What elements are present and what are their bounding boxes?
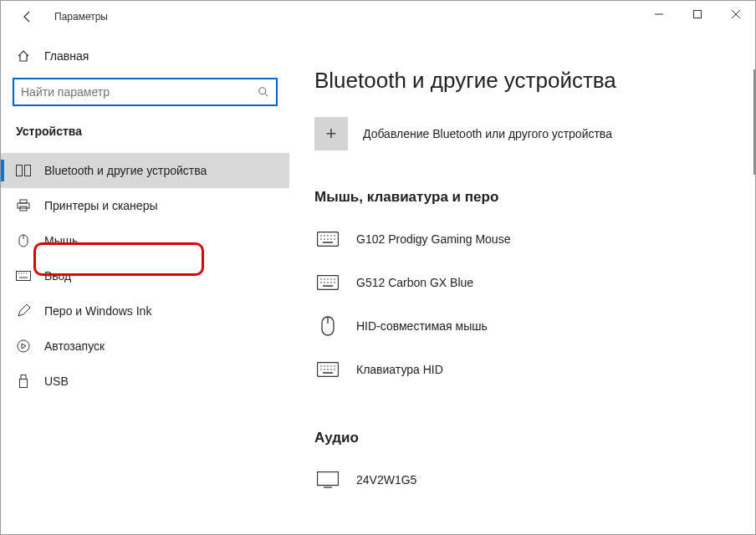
svg-point-30	[327, 238, 329, 240]
plus-icon: +	[326, 123, 337, 145]
keyboard-icon	[16, 268, 31, 283]
svg-point-55	[324, 369, 325, 370]
home-icon	[16, 49, 31, 63]
svg-rect-6	[17, 166, 23, 176]
sidebar-section-title: Устройства	[1, 106, 289, 148]
minimize-button[interactable]	[640, 1, 678, 28]
svg-point-56	[327, 369, 329, 370]
add-device-row[interactable]: + Добавление Bluetooth или другого устро…	[314, 117, 730, 150]
sidebar-item-label: Принтеры и сканеры	[44, 199, 157, 212]
svg-point-38	[330, 278, 332, 280]
window-title: Параметры	[54, 11, 108, 23]
sidebar-item-bluetooth[interactable]: Bluetooth и другие устройства	[1, 153, 289, 188]
svg-point-27	[334, 235, 335, 237]
sidebar-item-printers[interactable]: Принтеры и сканеры	[1, 188, 289, 223]
svg-point-28	[320, 238, 322, 240]
sidebar-item-label: Автозапуск	[44, 339, 105, 353]
sidebar-item-label: Ввод	[44, 269, 71, 283]
device-label: 24V2W1G5	[356, 473, 416, 487]
back-button[interactable]	[16, 5, 39, 28]
search-box[interactable]	[13, 78, 278, 106]
device-label: Клавиатура HID	[356, 363, 443, 376]
svg-rect-8	[20, 200, 27, 203]
device-row[interactable]: 24V2W1G5	[314, 458, 730, 502]
svg-rect-7	[25, 166, 31, 176]
sidebar-item-mouse[interactable]: Мышь	[1, 223, 289, 258]
home-label: Главная	[44, 49, 89, 63]
sidebar-item-autoplay[interactable]: Автозапуск	[1, 329, 289, 364]
svg-point-31	[330, 238, 332, 240]
svg-point-35	[320, 278, 322, 280]
group-title-input-devices: Мышь, клавиатура и перо	[314, 189, 730, 206]
maximize-button[interactable]	[678, 1, 717, 28]
window-controls	[640, 1, 755, 28]
autoplay-icon	[16, 339, 31, 354]
device-list: 24V2W1G5	[314, 458, 730, 502]
svg-point-23	[320, 235, 322, 237]
sidebar-item-label: Bluetooth и другие устройства	[44, 164, 207, 177]
scrollbar[interactable]	[753, 69, 755, 175]
sidebar-item-typing[interactable]: Ввод	[1, 258, 289, 293]
main-content: Bluetooth и другие устройства + Добавлен…	[289, 33, 755, 534]
keyboard-dev-icon	[314, 359, 341, 380]
svg-point-42	[327, 282, 329, 283]
usb-icon	[16, 374, 31, 389]
sidebar-item-label: USB	[44, 374, 69, 388]
add-device-button[interactable]: +	[314, 117, 348, 150]
svg-rect-60	[318, 472, 339, 486]
svg-point-4	[259, 88, 266, 94]
home-nav[interactable]: Главная	[1, 43, 289, 69]
add-device-label: Добавление Bluetooth или другого устройс…	[363, 127, 612, 140]
svg-point-26	[330, 235, 332, 237]
svg-point-50	[324, 365, 325, 367]
pen-icon	[16, 303, 31, 318]
svg-point-24	[324, 235, 325, 237]
sidebar-item-pen[interactable]: Перо и Windows Ink	[1, 293, 289, 329]
printer-icon	[16, 198, 31, 213]
svg-point-32	[334, 238, 335, 240]
svg-point-58	[334, 369, 335, 370]
sidebar-nav: Bluetooth и другие устройства Принтеры и…	[1, 153, 289, 399]
device-row[interactable]: Клавиатура HID	[314, 348, 730, 391]
svg-point-54	[320, 369, 322, 370]
search-input[interactable]	[21, 85, 258, 99]
svg-rect-21	[20, 380, 28, 388]
device-list: G102 Prodigy Gaming Mouse G512 Carbon GX…	[314, 217, 730, 391]
svg-point-41	[324, 282, 325, 283]
device-row[interactable]: HID-совместимая мышь	[314, 304, 730, 348]
svg-rect-9	[18, 203, 29, 208]
sidebar: Главная Устройства Bluetooth и другие ус…	[1, 33, 289, 534]
device-label: HID-совместимая мышь	[356, 319, 488, 333]
svg-rect-20	[21, 375, 26, 380]
svg-point-44	[334, 282, 335, 283]
keyboard-dev-icon	[314, 273, 341, 293]
page-title: Bluetooth и другие устройства	[314, 68, 730, 94]
device-row[interactable]: G512 Carbon GX Blue	[314, 261, 730, 304]
bluetooth-devices-icon	[16, 163, 31, 178]
monitor-dev-icon	[314, 470, 341, 490]
device-label: G512 Carbon GX Blue	[356, 276, 473, 289]
search-icon	[258, 86, 269, 98]
mouse-dev-icon	[314, 316, 341, 336]
svg-point-36	[324, 278, 325, 280]
svg-point-51	[327, 365, 329, 367]
svg-point-25	[327, 235, 329, 237]
group-title-audio: Аудио	[314, 430, 730, 446]
svg-point-57	[330, 369, 332, 370]
svg-point-49	[320, 365, 322, 367]
svg-point-39	[334, 278, 335, 280]
svg-line-5	[265, 94, 268, 97]
device-row[interactable]: G102 Prodigy Gaming Mouse	[314, 217, 730, 261]
sidebar-item-label: Перо и Windows Ink	[44, 304, 151, 318]
svg-point-40	[320, 282, 322, 283]
titlebar: Параметры	[1, 1, 755, 33]
mouse-icon	[16, 233, 31, 248]
svg-point-53	[334, 365, 335, 367]
svg-point-52	[330, 365, 332, 367]
close-button[interactable]	[717, 1, 755, 28]
svg-point-37	[327, 278, 329, 280]
svg-rect-1	[694, 11, 702, 18]
device-label: G102 Prodigy Gaming Mouse	[356, 232, 510, 246]
svg-rect-13	[17, 272, 31, 281]
sidebar-item-usb[interactable]: USB	[1, 364, 289, 399]
